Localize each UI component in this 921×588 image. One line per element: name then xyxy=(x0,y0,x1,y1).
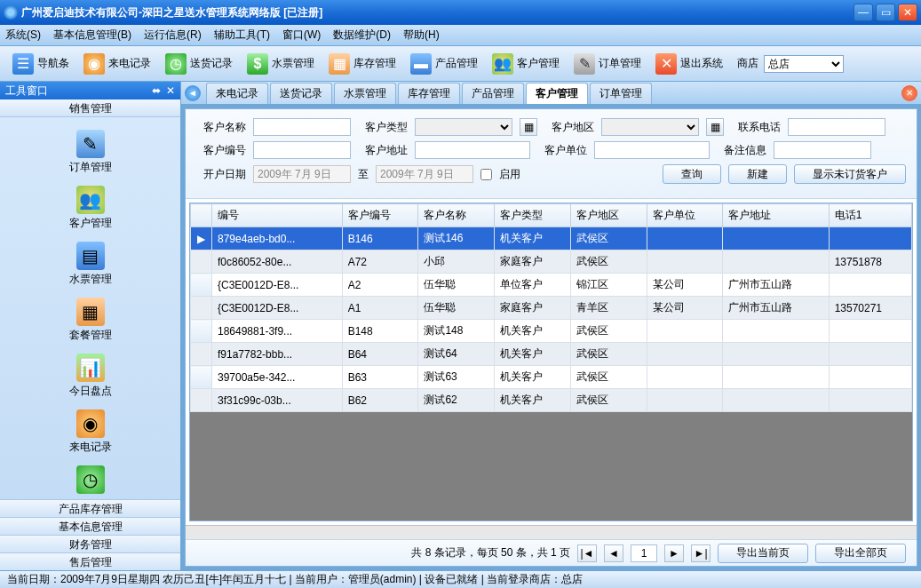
last-page-button[interactable]: ►| xyxy=(691,544,711,562)
date-from[interactable] xyxy=(253,165,351,183)
exit-button[interactable]: ✕退出系统 xyxy=(648,50,730,78)
show-unordered-button[interactable]: 显示未订货客户 xyxy=(794,164,906,184)
tab[interactable]: 水票管理 xyxy=(334,83,396,104)
data-table-wrap: 编号客户编号客户名称客户类型客户地区客户单位客户地址电话1 ▶ 879e4aeb… xyxy=(189,203,913,521)
first-page-button[interactable]: |◄ xyxy=(577,544,597,562)
sidebar-item[interactable]: ◉来电记录 xyxy=(0,404,180,460)
column-header[interactable]: 电话1 xyxy=(829,204,911,227)
input-unit[interactable] xyxy=(594,141,710,159)
horizontal-scrollbar[interactable] xyxy=(186,525,917,539)
store-label: 商店 xyxy=(737,56,758,71)
phone-icon: ◉ xyxy=(83,53,105,75)
order-button[interactable]: ✎订单管理 xyxy=(567,50,648,78)
export-current-button[interactable]: 导出当前页 xyxy=(718,544,808,563)
sidebar-section-sales[interactable]: 销售管理 xyxy=(0,99,180,117)
sidebar-section-basic[interactable]: 基本信息管理 xyxy=(0,517,180,535)
query-button[interactable]: 查询 xyxy=(663,164,721,184)
table-row[interactable]: {C3E0012D-E8... A1 伍华聪 家庭客户 青羊区 某公司 广州市五… xyxy=(191,297,912,320)
table-row[interactable]: f91a7782-bbb... B64 测试64 机关客户 武侯区 xyxy=(191,343,912,366)
prev-page-button[interactable]: ◄ xyxy=(604,544,623,562)
main-area: ◄ 来电记录送货记录水票管理库存管理产品管理客户管理订单管理 ✕ 客户名称 客户… xyxy=(181,82,921,570)
call-log-button[interactable]: ◉来电记录 xyxy=(76,50,158,78)
sidebar-header: 工具窗口 ⬌✕ xyxy=(0,82,180,99)
sidebar-item[interactable]: ◷ xyxy=(0,460,180,499)
input-address[interactable] xyxy=(415,141,530,159)
menu-system[interactable]: 系统(S) xyxy=(5,28,41,43)
nav-button[interactable]: ☰导航条 xyxy=(5,50,76,78)
table-row[interactable]: 39700a5e-342... B63 测试63 机关客户 武侯区 xyxy=(191,366,912,389)
sidebar-item[interactable]: 📊今日盘点 xyxy=(0,348,180,404)
row-indicator xyxy=(191,297,212,320)
type-picker-icon[interactable]: ▦ xyxy=(520,118,537,136)
label-opendate: 开户日期 xyxy=(196,167,246,182)
menu-basic[interactable]: 基本信息管理(B) xyxy=(53,28,131,43)
sidebar-item[interactable]: ✎订单管理 xyxy=(0,124,180,180)
menu-help[interactable]: 帮助(H) xyxy=(403,28,440,43)
customer-button[interactable]: 👥客户管理 xyxy=(485,50,567,78)
tab[interactable]: 库存管理 xyxy=(398,83,460,104)
table-row[interactable]: 3f31c99c-03b... B62 测试62 机关客户 武侯区 xyxy=(191,389,912,412)
tab[interactable]: 客户管理 xyxy=(526,83,588,104)
store-select[interactable]: 总店 xyxy=(764,55,844,73)
column-header[interactable]: 客户类型 xyxy=(495,204,571,227)
minimize-button[interactable]: — xyxy=(854,4,873,21)
column-header[interactable]: 客户地址 xyxy=(723,204,829,227)
pin-icon[interactable]: ⬌ xyxy=(152,84,161,97)
table-row[interactable]: ▶ 879e4aeb-bd0... B146 测试146 机关客户 武侯区 xyxy=(191,227,912,250)
back-button[interactable]: ◄ xyxy=(185,85,201,101)
menu-bar: 系统(S) 基本信息管理(B) 运行信息(R) 辅助工具(T) 窗口(W) 数据… xyxy=(0,25,921,46)
sidebar-section-finance[interactable]: 财务管理 xyxy=(0,535,180,552)
column-header[interactable]: 客户编号 xyxy=(342,204,418,227)
nav-icon: ☰ xyxy=(12,53,34,75)
sidebar-item-icon: ✎ xyxy=(76,130,105,158)
date-to[interactable] xyxy=(376,165,473,183)
column-header[interactable]: 客户单位 xyxy=(647,204,723,227)
tab[interactable]: 产品管理 xyxy=(462,83,524,104)
window-title: 广州爱启迪技术有限公司-深田之星送水管理系统网络版 [已注册] xyxy=(21,5,854,20)
status-bar: 当前日期：2009年7月9日星期四 农历己丑[牛]年闰五月十七 | 当前用户：管… xyxy=(0,570,921,588)
page-input[interactable] xyxy=(631,544,657,562)
tab[interactable]: 送货记录 xyxy=(270,83,332,104)
ticket-button[interactable]: $水票管理 xyxy=(240,50,322,78)
menu-run[interactable]: 运行信息(R) xyxy=(144,28,202,43)
tab[interactable]: 订单管理 xyxy=(590,83,652,104)
sidebar-section-after[interactable]: 售后管理 xyxy=(0,552,180,570)
select-region[interactable] xyxy=(601,118,699,136)
close-tab-button[interactable]: ✕ xyxy=(901,85,917,101)
product-button[interactable]: ▬产品管理 xyxy=(403,50,485,78)
column-header[interactable]: 客户名称 xyxy=(418,204,495,227)
row-indicator xyxy=(191,320,212,343)
sidebar-close-icon[interactable]: ✕ xyxy=(166,84,175,97)
sidebar-item[interactable]: 👥客户管理 xyxy=(0,180,180,236)
column-header[interactable]: 编号 xyxy=(212,204,343,227)
menu-tools[interactable]: 辅助工具(T) xyxy=(214,28,270,43)
input-remark[interactable] xyxy=(774,141,871,159)
row-selector-header xyxy=(191,204,212,227)
sidebar-item[interactable]: ▤水票管理 xyxy=(0,236,180,292)
menu-data[interactable]: 数据维护(D) xyxy=(333,28,391,43)
menu-window[interactable]: 窗口(W) xyxy=(282,28,321,43)
region-picker-icon[interactable]: ▦ xyxy=(706,118,724,136)
tab[interactable]: 来电记录 xyxy=(206,83,268,104)
next-page-button[interactable]: ► xyxy=(664,544,684,562)
column-header[interactable]: 客户地区 xyxy=(570,204,647,227)
maximize-button[interactable]: ▭ xyxy=(876,4,895,21)
export-all-button[interactable]: 导出全部页 xyxy=(815,544,906,563)
row-indicator xyxy=(191,250,212,274)
table-row[interactable]: {C3E0012D-E8... A2 伍华聪 单位客户 锦江区 某公司 广州市五… xyxy=(191,274,912,297)
label-region: 客户地区 xyxy=(544,120,594,135)
new-button[interactable]: 新建 xyxy=(728,164,787,184)
stock-button[interactable]: ▦库存管理 xyxy=(322,50,403,78)
input-code[interactable] xyxy=(253,141,351,159)
title-bar: 广州爱启迪技术有限公司-深田之星送水管理系统网络版 [已注册] — ▭ ✕ xyxy=(0,0,921,25)
table-row[interactable]: f0c86052-80e... A72 小邱 家庭客户 武侯区 13751878 xyxy=(191,250,912,274)
close-button[interactable]: ✕ xyxy=(898,4,917,21)
select-type[interactable] xyxy=(415,118,512,136)
table-row[interactable]: 18649881-3f9... B148 测试148 机关客户 武侯区 xyxy=(191,320,912,343)
input-name[interactable] xyxy=(253,118,351,136)
input-phone[interactable] xyxy=(788,118,885,136)
delivery-button[interactable]: ◷送货记录 xyxy=(158,50,240,78)
sidebar-item[interactable]: ▦套餐管理 xyxy=(0,292,180,348)
sidebar-section-stock[interactable]: 产品库存管理 xyxy=(0,499,180,517)
enable-checkbox[interactable] xyxy=(480,169,492,180)
